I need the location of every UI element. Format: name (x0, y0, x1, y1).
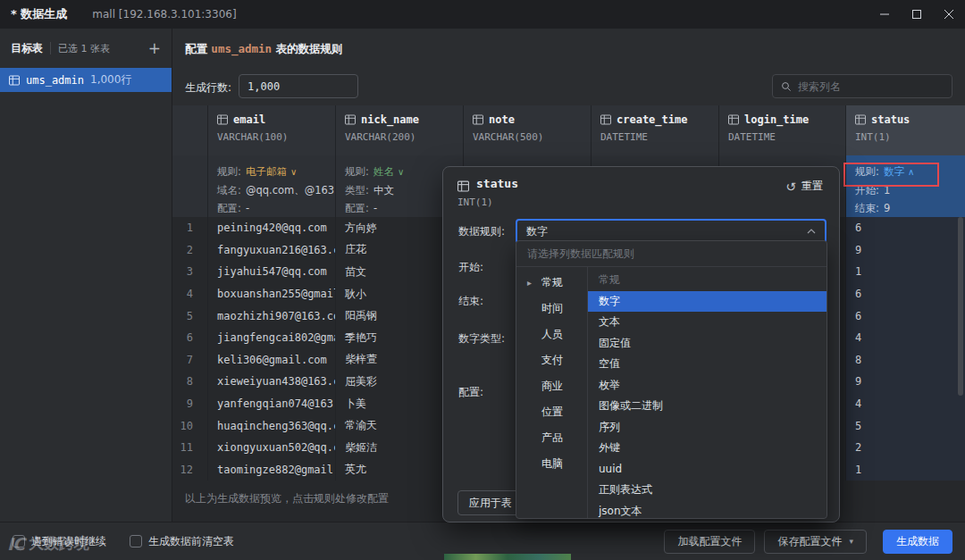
sidebar-item-ums-admin[interactable]: ums_admin 1,000行 (0, 68, 172, 92)
rule-cell-email[interactable]: 规则:电子邮箱∨ 域名:@qq.com、@163.c… 配置:- (208, 155, 336, 217)
option-number[interactable]: 数字 (588, 291, 827, 313)
option-uuid[interactable]: uuid (588, 459, 827, 481)
column-search-box[interactable] (772, 74, 952, 98)
truncate-before-generate-checkbox[interactable]: 生成数据前清空表 (130, 534, 234, 549)
vertical-scrollbar[interactable] (958, 217, 963, 481)
cell-status[interactable]: 9 (846, 239, 965, 262)
reset-button[interactable]: ↺ 重置 (785, 179, 823, 194)
cell-email[interactable]: jiyahui547@qq.com (208, 261, 336, 283)
cell-status[interactable]: 4 (846, 393, 965, 415)
rule-cell-status[interactable]: 规则:数字∧ 开始:1 结束:9 (846, 155, 965, 217)
table-row-count: 1,000行 (90, 72, 131, 88)
close-button[interactable] (933, 0, 965, 29)
button-label: 生成数据 (896, 534, 939, 549)
option-image-or-binary[interactable]: 图像或二进制 (588, 396, 827, 417)
option-fixed-value[interactable]: 固定值 (588, 333, 827, 355)
column-name: note (489, 113, 515, 126)
rules-gutter (172, 155, 208, 217)
minimize-button[interactable] (868, 0, 901, 29)
column-header-create-time[interactable]: create_time DATETIME (592, 105, 719, 155)
chevron-down-icon[interactable]: ∨ (290, 167, 297, 177)
category-product[interactable]: 产品 (516, 425, 587, 451)
load-config-button[interactable]: 加载配置文件 (664, 530, 755, 554)
cell-email[interactable]: fangyuxuan216@163.com (208, 239, 336, 262)
close-icon (944, 10, 953, 19)
cell-email[interactable]: xiongyuxuan502@qq.com (208, 437, 336, 459)
maximize-button[interactable] (901, 0, 933, 29)
category-time[interactable]: 时间 (516, 296, 587, 322)
option-enum[interactable]: 枚举 (588, 375, 827, 397)
option-sequence[interactable]: 序列 (588, 417, 827, 439)
option-null-value[interactable]: 空值 (588, 354, 827, 375)
rule-param-label: 开始: (855, 184, 879, 196)
cell-status[interactable]: 1 (846, 459, 965, 481)
column-header-login-time[interactable]: login_time DATETIME (719, 105, 846, 155)
cell-email[interactable]: jiangfengcai802@gmail… (208, 327, 336, 349)
column-header-nick-name[interactable]: nick_name VARCHAR(200) (336, 105, 464, 155)
rule-dropdown-popup: 请选择列数据匹配规则 ▸常规 时间 人员 支付 商业 位置 产品 电脑 常规 数… (516, 240, 827, 519)
column-type: DATETIME (600, 131, 709, 143)
minimize-icon (880, 10, 889, 19)
column-header-note[interactable]: note VARCHAR(500) (464, 105, 592, 155)
category-computer[interactable]: 电脑 (516, 451, 587, 477)
category-general[interactable]: ▸常规 (516, 270, 587, 296)
cell-email[interactable]: maozhizhi907@163.com (208, 305, 336, 327)
cell-email[interactable]: taomingze882@gmail.com (208, 459, 336, 481)
connection-label: mall [192.168.3.101:3306] (92, 8, 236, 21)
category-payment[interactable]: 支付 (516, 347, 587, 373)
cell-status[interactable]: 4 (846, 327, 965, 349)
generate-rows-input[interactable] (239, 74, 358, 98)
add-table-button[interactable]: + (148, 41, 161, 56)
category-person[interactable]: 人员 (516, 322, 587, 347)
cell-email[interactable]: keli306@gmail.com (208, 349, 336, 372)
sidebar: 目标表 已选 1 张表 + ums_admin 1,000行 (0, 29, 172, 522)
column-header-status[interactable]: status INT(1) (846, 105, 965, 155)
column-type: DATETIME (728, 131, 836, 143)
cell-status[interactable]: 6 (846, 305, 965, 327)
cell-email[interactable]: yanfengqian074@163.com (208, 393, 336, 415)
dropdown-placeholder: 请选择列数据匹配规则 (516, 241, 827, 267)
chevron-down-icon[interactable]: ∨ (398, 167, 404, 177)
cell-email[interactable]: peining420@qq.com (208, 217, 336, 239)
option-foreign-key[interactable]: 外键 (588, 438, 827, 459)
cell-email[interactable]: xieweiyuan438@163.com (208, 371, 336, 393)
rule-value[interactable]: 电子邮箱 (246, 165, 287, 178)
column-name: status (871, 113, 910, 126)
category-business[interactable]: 商业 (516, 373, 587, 399)
preview-hint: 以上为生成数据预览，点击规则处修改配置 (185, 491, 389, 506)
column-header-email[interactable]: email VARCHAR(100) (208, 105, 336, 155)
cell-status[interactable]: 6 (846, 283, 965, 305)
scrollbar-thumb[interactable] (958, 217, 963, 396)
start-label: 开始: (458, 260, 483, 275)
cell-email[interactable]: huaqincheng363@qq.com (208, 414, 336, 437)
save-config-button[interactable]: 保存配置文件 ▾ (764, 530, 867, 554)
rule-value[interactable]: 姓名 (373, 165, 394, 178)
rule-param-label: 结束: (855, 202, 879, 214)
generate-data-button[interactable]: 生成数据 (883, 530, 952, 554)
continue-on-error-checkbox[interactable]: 遇到错误时继续 (13, 534, 106, 549)
chevron-up-icon[interactable]: ∧ (908, 167, 914, 177)
cell-status[interactable]: 2 (846, 437, 965, 459)
table-icon (9, 75, 20, 86)
cell-status[interactable]: 5 (846, 414, 965, 437)
cell-email[interactable]: boxuanshan255@gmail.c… (208, 283, 336, 305)
row-number: 12 (172, 459, 208, 481)
column-icon (473, 114, 483, 125)
config-prefix: 配置 (185, 42, 207, 55)
window-controls (868, 0, 965, 29)
column-search-input[interactable] (798, 80, 944, 93)
row-number: 6 (172, 327, 208, 349)
option-json-text[interactable]: json文本 (588, 501, 827, 519)
cell-status[interactable]: 6 (846, 217, 965, 239)
category-location[interactable]: 位置 (516, 399, 587, 425)
cell-status[interactable]: 8 (846, 349, 965, 372)
table-name: ums_admin (26, 74, 84, 87)
rule-value[interactable]: 数字 (884, 165, 904, 178)
option-regex[interactable]: 正则表达式 (588, 480, 827, 501)
checkbox-icon[interactable] (13, 535, 25, 547)
option-text[interactable]: 文本 (588, 312, 827, 333)
row-number: 4 (172, 283, 208, 305)
cell-status[interactable]: 9 (846, 371, 965, 393)
cell-status[interactable]: 1 (846, 261, 965, 283)
checkbox-icon[interactable] (130, 535, 142, 547)
